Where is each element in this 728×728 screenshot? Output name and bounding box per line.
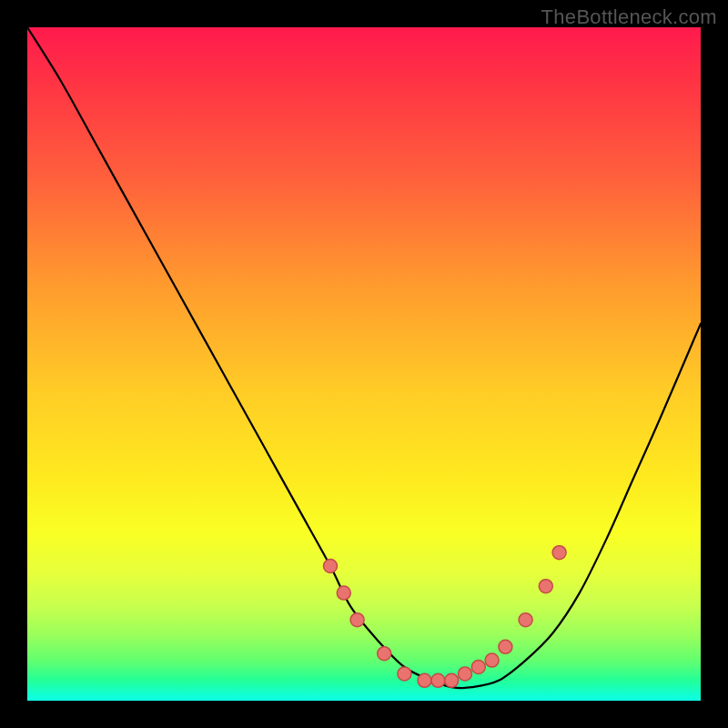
marker-dot <box>324 560 338 573</box>
marker-dot <box>552 546 566 560</box>
curve-path <box>27 27 701 688</box>
marker-dot <box>445 673 459 687</box>
marker-dot <box>485 653 499 667</box>
chart-frame: TheBottleneck.com <box>0 0 728 728</box>
marker-dot <box>337 586 350 600</box>
marker-dot <box>471 661 485 674</box>
marker-dot <box>431 673 445 687</box>
marker-dot <box>398 667 411 681</box>
marker-dot <box>350 613 364 627</box>
marker-dot <box>378 647 391 661</box>
plot-area <box>27 27 701 701</box>
marker-group <box>324 546 567 688</box>
marker-dot <box>418 673 431 687</box>
watermark-text: TheBottleneck.com <box>541 5 717 29</box>
marker-dot <box>499 640 512 653</box>
marker-dot <box>459 667 472 681</box>
chart-svg <box>27 27 701 701</box>
marker-dot <box>519 613 532 627</box>
marker-dot <box>539 580 552 593</box>
